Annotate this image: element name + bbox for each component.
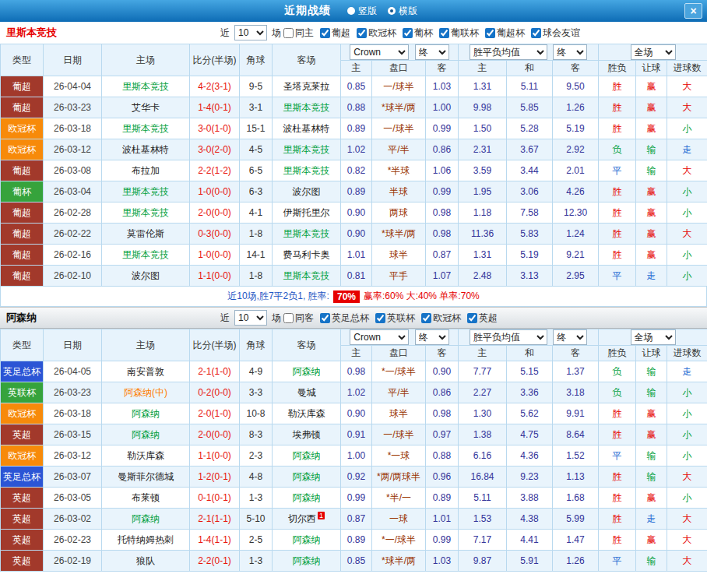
home-team[interactable]: 莫雷伦斯 <box>102 224 190 245</box>
filter-checkbox[interactable] <box>375 313 385 323</box>
corners: 8-3 <box>240 424 273 445</box>
match-row: 葡超26-03-23艾华卡1-4(0-1)3-1里斯本竞技0.88*球半/两1.… <box>1 97 707 118</box>
filter-checkbox[interactable] <box>320 313 330 323</box>
home-team[interactable]: 里斯本竞技 <box>102 118 190 139</box>
away-team[interactable]: 费马利卡奥 <box>273 245 341 266</box>
home-team[interactable]: 南安普敦 <box>102 361 190 382</box>
away-team[interactable]: 里斯本竞技 <box>273 139 341 160</box>
away-team[interactable]: 阿森纳 <box>273 530 341 551</box>
filter-葡联杯[interactable]: 葡联杯 <box>439 26 479 40</box>
filter-英联杯[interactable]: 英联杯 <box>375 312 415 325</box>
result-outcome: 负 <box>599 361 636 382</box>
match-date: 26-03-18 <box>44 118 102 139</box>
home-team[interactable]: 布莱顿 <box>102 488 190 509</box>
asian-home-odds: 0.90 <box>341 403 372 424</box>
away-team[interactable]: 勒沃库森 <box>273 403 341 424</box>
away-team[interactable]: 切尔西1 <box>273 509 341 530</box>
league-badge: 葡超 <box>1 97 44 118</box>
home-team[interactable]: 托特纳姆热刺 <box>102 530 190 551</box>
filter-checkbox[interactable] <box>485 28 495 38</box>
filter-欧冠杯[interactable]: 欧冠杯 <box>421 312 461 325</box>
filter-英足总杯[interactable]: 英足总杯 <box>320 312 369 325</box>
away-team[interactable]: 里斯本竞技 <box>273 224 341 245</box>
filter-球会友谊[interactable]: 球会友谊 <box>531 26 580 40</box>
home-team[interactable]: 阿森纳 <box>102 403 190 424</box>
home-team[interactable]: 里斯本竞技 <box>102 76 190 97</box>
away-team[interactable]: 阿森纳 <box>273 361 341 382</box>
final-odds-select[interactable]: 终 <box>553 329 587 345</box>
euro-away-odds: 9.91 <box>553 403 599 424</box>
score: 2-2(1-2) <box>190 160 240 181</box>
away-team[interactable]: 阿森纳 <box>273 467 341 488</box>
asian-home-odds: 0.98 <box>341 361 372 382</box>
home-team[interactable]: 曼斯菲尔德城 <box>102 467 190 488</box>
away-team[interactable]: 里斯本竞技 <box>273 160 341 181</box>
home-team[interactable]: 波尔图 <box>102 266 190 287</box>
home-team[interactable]: 里斯本竞技 <box>102 181 190 202</box>
filter-葡超[interactable]: 葡超 <box>320 26 350 40</box>
away-team[interactable]: 阿森纳 <box>273 445 341 467</box>
euro-draw-odds: 5.91 <box>507 551 553 572</box>
filter-英超[interactable]: 英超 <box>467 312 498 325</box>
result-outcome: 胜 <box>599 488 636 509</box>
filter-葡杯[interactable]: 葡杯 <box>403 26 433 40</box>
filter-checkbox[interactable] <box>403 28 413 38</box>
home-team[interactable]: 狼队 <box>102 551 190 572</box>
filter-checkbox[interactable] <box>531 28 541 38</box>
col-header-date: 日期 <box>44 329 102 361</box>
scope-select[interactable]: 全场 <box>631 44 676 60</box>
home-team[interactable]: 波杜基林特 <box>102 139 190 160</box>
asian-away-odds: 1.03 <box>426 551 459 572</box>
filter-checkbox[interactable] <box>320 28 330 38</box>
filter-同客[interactable]: 同客 <box>283 312 314 325</box>
away-team[interactable]: 埃弗顿 <box>273 424 341 445</box>
filter-checkbox[interactable] <box>467 313 477 323</box>
result-goals: 小 <box>667 118 707 139</box>
away-team[interactable]: 里斯本竞技 <box>273 97 341 118</box>
home-team[interactable]: 里斯本竞技 <box>102 202 190 224</box>
away-team[interactable]: 阿森纳 <box>273 488 341 509</box>
filter-欧冠杯[interactable]: 欧冠杯 <box>357 26 396 40</box>
asian-handicap-line: 球半 <box>372 403 426 424</box>
home-team[interactable]: 勒沃库森 <box>102 445 190 467</box>
radio-icon[interactable] <box>388 7 396 15</box>
final-odds-select[interactable]: 终 <box>553 44 587 60</box>
home-team[interactable]: 阿森纳 <box>102 424 190 445</box>
home-team[interactable]: 里斯本竞技 <box>102 245 190 266</box>
avg-odds-select[interactable]: 胜平负均值 <box>470 329 547 345</box>
home-team[interactable]: 阿森纳 <box>102 509 190 530</box>
close-button[interactable]: × <box>684 3 702 19</box>
filter-checkbox[interactable] <box>421 313 431 323</box>
result-handicap: 赢 <box>636 118 667 139</box>
asian-home-odds: 0.99 <box>341 488 372 509</box>
bookmaker-select[interactable]: Crown <box>350 329 409 345</box>
away-team[interactable]: 波尔图 <box>273 181 341 202</box>
layout-option-竖版[interactable]: 竖版 <box>347 5 377 18</box>
corners: 4-9 <box>240 361 273 382</box>
home-team[interactable]: 艾华卡 <box>102 97 190 118</box>
away-team[interactable]: 伊斯托里尔 <box>273 202 341 224</box>
bookmaker-select[interactable]: Crown <box>350 44 409 60</box>
filter-checkbox[interactable] <box>283 28 294 38</box>
final-odds-select[interactable]: 终 <box>415 44 449 60</box>
avg-odds-select[interactable]: 胜平负均值 <box>470 44 547 60</box>
away-team[interactable]: 曼城 <box>273 382 341 403</box>
final-odds-select[interactable]: 终 <box>415 329 449 345</box>
recent-count-select[interactable]: 10 <box>234 25 267 40</box>
away-team[interactable]: 圣塔克莱拉 <box>273 76 341 97</box>
filter-checkbox[interactable] <box>357 28 367 38</box>
away-team[interactable]: 波杜基林特 <box>273 118 341 139</box>
asian-away-odds: 0.98 <box>426 202 459 224</box>
away-team[interactable]: 里斯本竞技 <box>273 266 341 287</box>
home-team[interactable]: 布拉加 <box>102 160 190 181</box>
filter-checkbox[interactable] <box>283 313 294 323</box>
layout-option-横版[interactable]: 横版 <box>388 5 417 18</box>
filter-同主[interactable]: 同主 <box>283 26 314 40</box>
filter-葡超杯[interactable]: 葡超杯 <box>485 26 525 40</box>
filter-checkbox[interactable] <box>439 28 449 38</box>
scope-select[interactable]: 全场 <box>631 329 676 345</box>
away-team[interactable]: 阿森纳 <box>273 551 341 572</box>
recent-count-select[interactable]: 10 <box>234 310 267 326</box>
radio-icon[interactable] <box>347 7 355 15</box>
home-team[interactable]: 阿森纳(中) <box>102 382 190 403</box>
